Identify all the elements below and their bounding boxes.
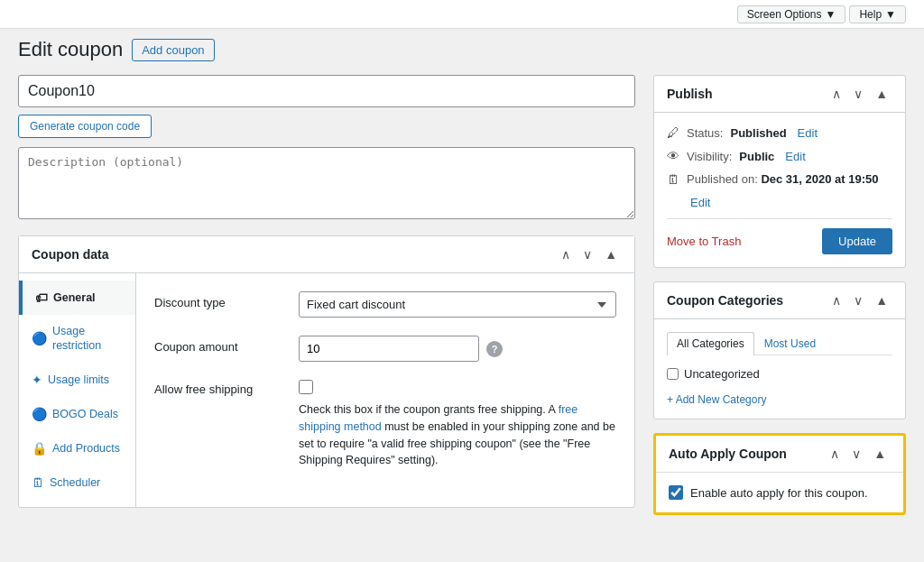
free-shipping-checkbox-wrap (299, 380, 616, 394)
publish-divider (667, 218, 892, 219)
screen-options-label: Screen Options (747, 8, 822, 21)
free-shipping-row: Allow free shipping Check this box if th… (154, 380, 616, 469)
coupon-categories-box: Coupon Categories ∧ ∨ ▲ All Categories M… (653, 281, 906, 419)
visibility-value: Public (739, 150, 774, 163)
categories-toggle[interactable]: ▲ (871, 291, 892, 309)
coupon-data-collapse-down[interactable]: ∨ (578, 245, 596, 263)
free-shipping-checkbox[interactable] (299, 380, 313, 394)
publish-box: Publish ∧ ∨ ▲ 🖊 Status: Published Edit 👁… (653, 75, 906, 268)
help-button[interactable]: Help ▼ (849, 5, 906, 23)
main-layout: Generate coupon code Coupon data ∧ ∨ ▲ 🏷… (0, 61, 924, 542)
uncategorized-label: Uncategorized (684, 367, 760, 381)
update-button[interactable]: Update (822, 228, 892, 254)
tab-usage-limits[interactable]: ✦ Usage limits (19, 363, 135, 397)
top-bar-right: Screen Options ▼ Help ▼ (737, 5, 906, 23)
screen-options-chevron: ▼ (826, 8, 836, 21)
coupon-panel: Discount type Fixed cart discount Percen… (136, 273, 634, 507)
publish-actions: Move to Trash Update (667, 228, 892, 254)
most-used-tab[interactable]: Most Used (754, 332, 826, 355)
coupon-categories-controls: ∧ ∨ ▲ (827, 291, 892, 309)
coupon-data-collapse-up[interactable]: ∧ (557, 245, 575, 263)
coupon-amount-input-wrap: ? (299, 336, 616, 362)
status-value: Published (730, 126, 786, 140)
tab-usage-restriction-label: Usage restriction (52, 324, 123, 354)
tab-usage-restriction[interactable]: 🔵 Usage restriction (19, 315, 135, 363)
publish-collapse-up[interactable]: ∧ (827, 85, 845, 103)
scheduler-icon: 🗓 (32, 474, 44, 491)
bogo-icon: 🔵 (32, 406, 47, 422)
coupon-amount-row: Coupon amount ? (154, 336, 616, 362)
publish-toggle[interactable]: ▲ (871, 85, 892, 103)
auto-apply-body: Enable auto apply for this coupon. (656, 473, 903, 512)
categories-collapse-up[interactable]: ∧ (827, 291, 845, 309)
tab-bogo-label: BOGO Deals (52, 407, 118, 421)
usage-restriction-icon: 🔵 (32, 330, 47, 346)
page-header: Edit coupon Add coupon (0, 29, 924, 61)
discount-type-input-wrap: Fixed cart discount Percentage discount … (299, 291, 616, 318)
publish-title: Publish (667, 87, 713, 101)
tab-general[interactable]: 🏷 General (19, 281, 135, 315)
free-shipping-description: Check this box if the coupon grants free… (299, 401, 616, 469)
tab-scheduler-label: Scheduler (50, 475, 100, 490)
general-icon: 🏷 (35, 290, 48, 306)
tab-usage-limits-label: Usage limits (48, 373, 109, 387)
coupon-data-header: Coupon data ∧ ∨ ▲ (19, 236, 634, 273)
published-on-label: Published on: (687, 172, 758, 186)
publish-controls: ∧ ∨ ▲ (827, 85, 892, 103)
coupon-amount-input[interactable] (299, 336, 479, 362)
coupon-tabs: 🏷 General 🔵 Usage restriction ✦ Usage li… (19, 273, 136, 507)
tab-general-label: General (53, 290, 96, 305)
published-on-edit-link[interactable]: Edit (690, 196, 710, 209)
calendar-icon: 🗓 (667, 172, 679, 187)
published-on-value: Dec 31, 2020 at 19:50 (761, 172, 878, 186)
auto-apply-checkbox[interactable] (669, 485, 683, 500)
coupon-amount-label: Coupon amount (154, 336, 299, 354)
published-on-row: 🗓 Published on: Dec 31, 2020 at 19:50 Ed… (667, 172, 892, 209)
help-chevron: ▼ (885, 8, 896, 21)
discount-type-select[interactable]: Fixed cart discount Percentage discount … (299, 291, 616, 318)
auto-apply-collapse-down[interactable]: ∨ (847, 445, 865, 463)
publish-status-row: 🖊 Status: Published Edit (667, 125, 892, 140)
screen-options-button[interactable]: Screen Options ▼ (737, 5, 846, 23)
page-title: Edit coupon (18, 38, 123, 61)
tab-add-products[interactable]: 🔒 Add Products (19, 431, 135, 465)
discount-type-row: Discount type Fixed cart discount Percen… (154, 291, 616, 318)
coupon-data-body: 🏷 General 🔵 Usage restriction ✦ Usage li… (19, 273, 634, 507)
auto-apply-header: Auto Apply Coupon ∧ ∨ ▲ (656, 436, 903, 473)
usage-limits-icon: ✦ (32, 372, 42, 388)
visibility-icon: 👁 (667, 149, 679, 163)
status-label: Status: (687, 126, 723, 140)
status-edit-link[interactable]: Edit (798, 126, 818, 140)
auto-apply-collapse-up[interactable]: ∧ (826, 445, 844, 463)
add-coupon-button[interactable]: Add coupon (132, 39, 214, 61)
add-products-icon: 🔒 (32, 440, 47, 456)
free-shipping-method-link[interactable]: free shipping method (299, 403, 578, 433)
coupon-data-controls: ∧ ∨ ▲ (557, 245, 622, 263)
coupon-code-input[interactable] (18, 75, 635, 107)
generate-coupon-code-button[interactable]: Generate coupon code (18, 115, 152, 138)
uncategorized-checkbox[interactable] (667, 368, 679, 380)
description-textarea[interactable] (18, 147, 635, 219)
free-shipping-label: Allow free shipping (154, 380, 299, 396)
publish-body: 🖊 Status: Published Edit 👁 Visibility: P… (654, 113, 905, 267)
coupon-data-toggle[interactable]: ▲ (600, 245, 622, 263)
category-list: Uncategorized (667, 364, 892, 383)
auto-apply-toggle[interactable]: ▲ (869, 445, 891, 463)
tab-bogo-deals[interactable]: 🔵 BOGO Deals (19, 397, 135, 431)
visibility-edit-link[interactable]: Edit (785, 150, 805, 163)
categories-collapse-down[interactable]: ∨ (849, 291, 867, 309)
auto-apply-controls: ∧ ∨ ▲ (826, 445, 891, 463)
coupon-data-box: Coupon data ∧ ∨ ▲ 🏷 General 🔵 Usage r (18, 235, 635, 508)
move-to-trash-button[interactable]: Move to Trash (667, 235, 741, 248)
all-categories-tab[interactable]: All Categories (667, 332, 754, 355)
published-on-content: Published on: Dec 31, 2020 at 19:50 (687, 172, 892, 186)
add-new-category-link[interactable]: + Add New Category (667, 393, 766, 406)
help-icon[interactable]: ? (486, 341, 503, 357)
visibility-label: Visibility: (687, 150, 732, 163)
category-tabs: All Categories Most Used (667, 332, 892, 355)
auto-apply-title: Auto Apply Coupon (669, 447, 787, 461)
publish-collapse-down[interactable]: ∨ (849, 85, 867, 103)
top-bar: Screen Options ▼ Help ▼ (0, 0, 924, 29)
tab-scheduler[interactable]: 🗓 Scheduler (19, 465, 135, 500)
coupon-data-title: Coupon data (32, 247, 109, 262)
